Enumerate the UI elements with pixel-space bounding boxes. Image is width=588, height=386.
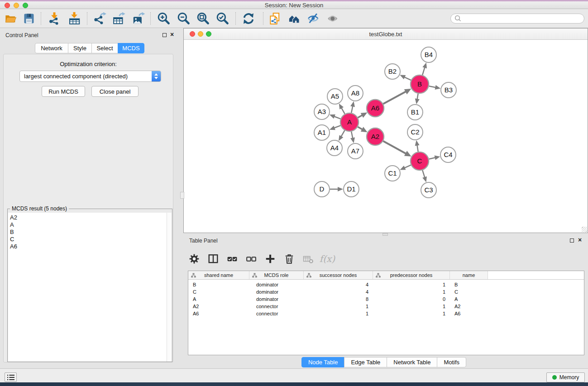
column-header-name[interactable]: name [450,271,488,279]
graph-node-label: C4 [444,151,452,158]
mcds-result-groupbox: MCDS result (5 nodes) A2ABCA6 [7,209,172,362]
graph-edge[interactable] [404,165,411,168]
tab-node-table[interactable]: Node Table [301,357,345,367]
zoom-out-button[interactable] [176,11,192,26]
graph-edge[interactable] [383,91,406,104]
mcds-result-item[interactable]: B [10,229,167,236]
column-header-shared-name[interactable]: shared name [188,271,249,279]
table-cell: A [188,296,249,302]
graph-edge[interactable] [417,145,418,152]
graph-edge[interactable] [358,127,362,129]
control-panel-float-button[interactable] [163,33,167,37]
column-header-predecessor-nodes[interactable]: predecessor nodes [373,271,450,279]
graph-edge[interactable] [358,115,362,118]
network-window-titlebar[interactable]: testGlobe.txt [184,29,588,40]
show-columns-button[interactable] [207,252,220,266]
graph-edge[interactable] [351,106,353,113]
graph-node-label: A3 [318,108,326,115]
table-panel-title: Table Panel [189,238,218,244]
export-network-button[interactable] [91,11,108,26]
table-panel-float-button[interactable] [570,238,574,243]
task-history-button[interactable] [5,372,17,382]
zoom-in-button[interactable] [156,11,172,26]
show-all-button[interactable] [325,11,341,26]
table-cell: A2 [188,304,249,309]
criterion-dropdown[interactable]: largest connected component (directed) [19,71,161,82]
hide-selected-button[interactable] [306,11,322,26]
tab-network[interactable]: Network [35,43,68,53]
graph-edge[interactable] [429,86,436,87]
table-panel-close-button[interactable]: × [578,238,582,242]
graph-edge[interactable] [341,108,345,114]
refresh-button[interactable] [240,11,257,26]
tab-style[interactable]: Style [68,43,92,53]
open-session-button[interactable] [3,11,19,26]
table-row[interactable]: Cdominator41C [188,288,584,295]
resize-grip-icon[interactable] [582,227,587,232]
run-mcds-button[interactable]: Run MCDS [42,86,85,97]
select-all-icon [226,253,238,264]
table-row[interactable]: A6connector11A6 [188,310,584,317]
mcds-result-item[interactable]: C [10,236,167,243]
mcds-result-scrollbar[interactable] [167,213,172,362]
graph-edge[interactable] [341,130,345,137]
table-row[interactable]: Adominator80A [188,295,584,303]
save-session-button[interactable] [21,11,37,26]
graph-edge[interactable] [334,125,340,128]
column-header-successor-nodes[interactable]: successor nodes [304,271,373,279]
export-table-icon [112,12,126,25]
mcds-result-item[interactable]: A2 [10,214,167,221]
control-panel-close-button[interactable]: × [170,32,174,37]
zoom-out-icon [177,12,191,25]
graph-edge[interactable] [351,132,353,138]
graph-edge[interactable] [417,94,418,100]
graph-edge[interactable] [429,157,435,159]
table-browser-tabs: Node Table Edge Table Network Table Moti… [301,357,466,367]
graph-edge[interactable] [404,77,411,80]
graph-edge[interactable] [422,170,425,177]
tab-network-table[interactable]: Network Table [387,357,437,367]
table-row[interactable]: Bdominator41B [188,281,584,288]
graph-node-label: A [347,118,352,126]
zoom-fit-icon [196,12,210,25]
memory-button[interactable]: Memory [546,372,585,382]
close-panel-button[interactable]: Close panel [91,86,139,97]
horizontal-splitter-handle[interactable] [382,233,388,236]
add-column-button[interactable] [264,252,277,266]
unselect-all-button[interactable] [245,252,258,266]
toolbar-separator [235,12,236,25]
vertical-splitter-handle[interactable] [180,192,184,199]
table-row[interactable]: A2connector11A2 [188,303,584,310]
import-table-button[interactable] [66,11,82,26]
graph-edge[interactable] [422,67,425,75]
import-network-button[interactable] [46,11,62,26]
edge-arrowhead-icon [435,156,440,160]
graph-edge[interactable] [334,116,340,119]
search-field[interactable] [450,14,584,24]
column-header-mcds-role[interactable]: MCDS role [249,271,304,279]
export-image-button[interactable] [130,11,147,26]
network-canvas[interactable]: B4B2BB3A5A8A6A3B1AA1C2A2A4A7CC4C1C3DD1 [184,40,588,233]
control-panel-title: Control Panel [5,32,38,38]
search-input[interactable] [462,15,584,22]
main-toolbar [0,9,588,28]
table-settings-button[interactable] [188,252,201,266]
delete-column-button[interactable] [283,252,296,266]
export-table-button[interactable] [111,11,127,26]
table-cell: 4 [304,282,373,287]
mcds-result-item[interactable]: A [10,221,167,229]
select-all-button[interactable] [226,252,239,266]
tab-mcds[interactable]: MCDS [118,43,144,53]
clone-network-button[interactable] [267,11,283,26]
home-layout-button[interactable] [286,11,302,26]
function-builder-button: f(x) [321,252,334,266]
zoom-fit-button[interactable] [195,11,211,26]
graph-edge[interactable] [383,141,406,154]
mcds-result-item[interactable]: A6 [10,243,167,250]
node-table: shared name MCDS role successor nodes [188,271,584,355]
toolbar-separator [263,12,263,25]
tab-edge-table[interactable]: Edge Table [344,357,387,367]
tab-select[interactable]: Select [91,43,118,53]
zoom-selected-button[interactable] [215,11,231,26]
tab-motifs[interactable]: Motifs [437,357,466,367]
